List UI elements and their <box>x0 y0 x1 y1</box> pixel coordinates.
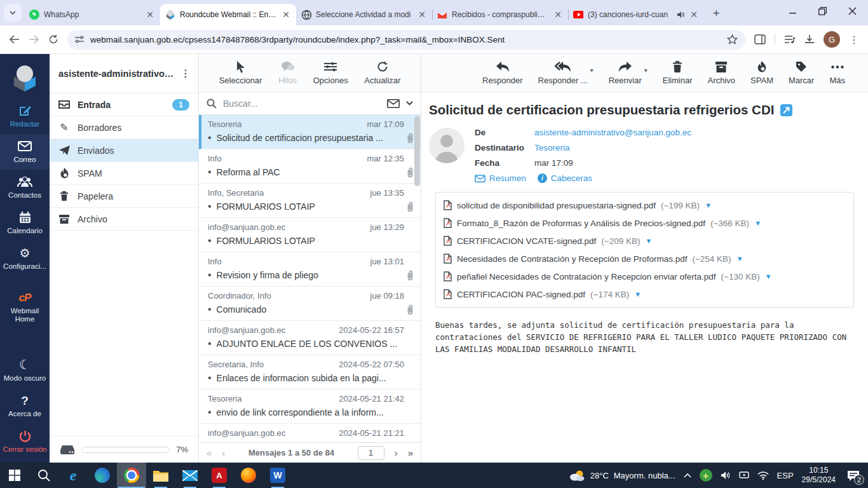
language-indicator[interactable]: ESP <box>777 471 794 480</box>
antivirus-tray-icon[interactable]: + <box>700 469 712 482</box>
search-scope-mail-icon[interactable] <box>387 99 400 108</box>
forward-button[interactable]: Reenviar <box>609 60 642 85</box>
tab-close-icon[interactable]: ✕ <box>553 10 563 20</box>
first-page-button[interactable]: « <box>207 447 212 458</box>
search-options-chevron-icon[interactable] <box>406 101 413 105</box>
refresh-button[interactable]: Actualizar <box>364 60 400 85</box>
mark-button[interactable]: Marcar <box>789 60 814 85</box>
folder-sent[interactable]: Enviados <box>50 139 198 162</box>
rail-item-logout[interactable]: Cerrar sesión <box>0 424 50 463</box>
display-tray-icon[interactable] <box>739 471 749 480</box>
bookmark-star-icon[interactable] <box>727 34 738 44</box>
taskbar-mail-button[interactable] <box>175 463 205 488</box>
message-row[interactable]: info@sanjuan.gob.ec2024-05-21 21:21 • <box>199 424 421 442</box>
tray-expand-icon[interactable] <box>684 473 691 478</box>
reply-button[interactable]: Responder <box>482 60 523 85</box>
rail-item-webmail-home[interactable]: cP Webmail Home <box>0 285 50 329</box>
rail-item-about[interactable]: ? Acerca de <box>0 388 50 424</box>
volume-icon[interactable] <box>721 471 731 480</box>
message-row[interactable]: Tesoreriamar 17:09 •Solicitud de certifi… <box>199 115 421 149</box>
prev-page-button[interactable]: ‹ <box>222 447 225 458</box>
minimize-button[interactable] <box>789 7 797 15</box>
folder-trash[interactable]: Papelera <box>50 185 198 208</box>
tab-audio-icon[interactable] <box>677 11 684 18</box>
side-panel-icon[interactable] <box>754 34 766 44</box>
attachment-menu-icon[interactable]: ▼ <box>765 273 772 280</box>
folder-archive[interactable]: Archivo <box>50 208 198 231</box>
attachment-menu-icon[interactable]: ▼ <box>736 255 743 262</box>
attachment-menu-icon[interactable]: ▼ <box>634 290 641 298</box>
taskbar-acrobat-button[interactable]: A <box>205 463 234 488</box>
message-row[interactable]: Infomar 12:35 •Reforma al PAC <box>199 149 421 184</box>
tab-close-icon[interactable]: ✕ <box>145 10 155 20</box>
folder-inbox[interactable]: Entrada 1 <box>50 93 198 116</box>
reply-all-button[interactable]: Responder ... <box>538 60 588 85</box>
browser-menu-icon[interactable]: ⋮ <box>849 34 859 46</box>
taskbar-edge-button[interactable] <box>88 463 117 488</box>
omnibox[interactable]: webmail.sanjuan.gob.ec/cpsess1478487868/… <box>67 30 745 50</box>
summary-link[interactable]: Resumen <box>475 173 526 183</box>
message-row[interactable]: Info, Secretariajue 13:35 •FORMULARIOS L… <box>199 184 421 218</box>
list-scrollbar[interactable] <box>414 116 420 442</box>
message-row[interactable]: Coordinador, Infojue 09:18 •Comunicado <box>199 287 421 321</box>
message-row[interactable]: info@sanjuan.gob.ecjue 13:29 •FORMULARIO… <box>199 218 421 252</box>
last-page-button[interactable]: » <box>408 447 413 458</box>
weather-widget[interactable]: 28°C Mayorm. nubla... <box>569 470 675 481</box>
tab-close-icon[interactable]: ✕ <box>417 10 427 20</box>
new-tab-button[interactable]: ＋ <box>708 4 724 21</box>
taskbar-chrome-button[interactable] <box>117 463 146 488</box>
tab-whatsapp[interactable]: WhatsApp ✕ <box>24 4 160 25</box>
delete-button[interactable]: Eliminar <box>663 60 693 85</box>
select-button[interactable]: Seleccionar <box>219 60 262 85</box>
tab-close-icon[interactable]: ✕ <box>281 10 291 20</box>
taskbar-firefox-button[interactable] <box>234 463 263 488</box>
taskbar-ie-button[interactable]: e <box>58 463 88 488</box>
folder-drafts[interactable]: ✎ Borradores <box>50 116 198 139</box>
profile-avatar[interactable]: G <box>824 31 840 48</box>
message-row[interactable]: Secretaria, Info2024-05-22 07:50 •Enlace… <box>199 355 421 390</box>
restore-button[interactable] <box>818 7 827 15</box>
attachment-row[interactable]: solicitud de disponibilidad presupuestar… <box>444 196 846 214</box>
message-row[interactable]: info@sanjuan.gob.ec2024-05-22 16:57 •ADJ… <box>199 321 421 355</box>
attachment-menu-icon[interactable]: ▼ <box>645 237 652 245</box>
attachment-menu-icon[interactable]: ▼ <box>754 219 761 227</box>
next-page-button[interactable]: › <box>395 447 398 458</box>
site-info-icon[interactable] <box>75 36 84 43</box>
action-center-button[interactable]: 2 <box>844 466 863 485</box>
archive-button[interactable]: Archivo <box>708 60 735 85</box>
rail-item-calendar[interactable]: Calendario <box>0 205 50 241</box>
media-controls-icon[interactable] <box>784 35 796 44</box>
folder-options-icon[interactable]: ⋮ <box>178 67 193 79</box>
to-address-link[interactable]: Tesoreria <box>534 143 570 152</box>
clock[interactable]: 10:15 29/5/2024 <box>802 466 836 485</box>
close-window-button[interactable] <box>848 7 857 15</box>
tab-roundcube[interactable]: Roundcube Webmail :: Envia ✕ <box>160 4 296 25</box>
rail-item-dark-mode[interactable]: ☾ Modo oscuro <box>0 353 50 388</box>
page-number-input[interactable]: 1 <box>358 446 384 460</box>
forward-button[interactable] <box>29 35 39 44</box>
tab-actividad[interactable]: Seleccione Actividad a modi ✕ <box>296 4 432 25</box>
message-row[interactable]: Infojue 13:01 •Revision y firma de plieg… <box>199 252 421 287</box>
message-row[interactable]: Tesoreria2024-05-21 21:42 •envio de link… <box>199 390 421 424</box>
attachment-row[interactable]: peñafiel Necesidades de Contratación y R… <box>444 268 846 285</box>
rail-item-mail[interactable]: Correo <box>0 134 50 170</box>
downloads-icon[interactable] <box>804 34 815 44</box>
start-button[interactable] <box>0 463 29 488</box>
reload-button[interactable] <box>48 34 58 44</box>
attachment-row[interactable]: Formato_8_Razón de Proformas y Análisis … <box>444 214 846 232</box>
back-button[interactable] <box>9 35 20 44</box>
wifi-icon[interactable] <box>757 471 769 480</box>
tab-gmail[interactable]: Recibidos - compraspublicas ✕ <box>432 4 568 25</box>
attachment-row[interactable]: Necesidades de Contratación y Recepción … <box>444 250 846 268</box>
attachment-row[interactable]: CERTIFICACION PAC-signed.pdf (~174 KB) ▼ <box>444 285 846 303</box>
more-button[interactable]: Más <box>829 60 845 85</box>
rail-item-settings[interactable]: ⚙ Configuraci... <box>0 241 50 276</box>
rail-item-contacts[interactable]: Contactos <box>0 170 50 205</box>
options-button[interactable]: Opciones <box>313 60 348 85</box>
reply-all-dropdown-icon[interactable]: ▾ <box>590 67 593 74</box>
tab-close-icon[interactable]: ✕ <box>689 10 699 20</box>
open-in-new-window-icon[interactable] <box>780 104 792 116</box>
tab-search-button[interactable] <box>4 4 22 22</box>
search-bar[interactable]: Buscar... <box>199 92 421 115</box>
forward-dropdown-icon[interactable]: ▾ <box>644 67 648 74</box>
